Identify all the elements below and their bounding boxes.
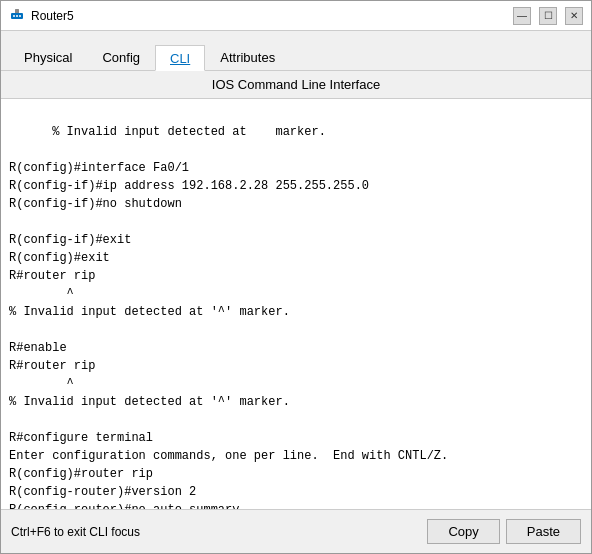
- tab-config[interactable]: Config: [87, 44, 155, 70]
- cli-text: % Invalid input detected at marker. R(co…: [9, 125, 448, 509]
- cli-output[interactable]: % Invalid input detected at marker. R(co…: [1, 99, 591, 509]
- main-window: Router5 — ☐ ✕ Physical Config CLI Attrib…: [0, 0, 592, 554]
- status-bar: Ctrl+F6 to exit CLI focus Copy Paste: [1, 509, 591, 553]
- status-text: Ctrl+F6 to exit CLI focus: [11, 525, 140, 539]
- title-bar: Router5 — ☐ ✕: [1, 1, 591, 31]
- tab-bar: Physical Config CLI Attributes: [1, 31, 591, 71]
- maximize-button[interactable]: ☐: [539, 7, 557, 25]
- copy-button[interactable]: Copy: [427, 519, 499, 544]
- close-button[interactable]: ✕: [565, 7, 583, 25]
- svg-point-1: [13, 15, 15, 17]
- svg-point-2: [16, 15, 18, 17]
- window-title: Router5: [31, 9, 74, 23]
- title-bar-left: Router5: [9, 8, 74, 24]
- section-header: IOS Command Line Interface: [1, 71, 591, 99]
- svg-point-3: [19, 15, 21, 17]
- cli-container: % Invalid input detected at marker. R(co…: [1, 99, 591, 509]
- svg-rect-4: [15, 9, 19, 13]
- paste-button[interactable]: Paste: [506, 519, 581, 544]
- tab-physical[interactable]: Physical: [9, 44, 87, 70]
- router-icon: [9, 8, 25, 24]
- title-bar-controls: — ☐ ✕: [513, 7, 583, 25]
- tab-cli[interactable]: CLI: [155, 45, 205, 71]
- tab-attributes[interactable]: Attributes: [205, 44, 290, 70]
- minimize-button[interactable]: —: [513, 7, 531, 25]
- action-buttons: Copy Paste: [427, 519, 581, 544]
